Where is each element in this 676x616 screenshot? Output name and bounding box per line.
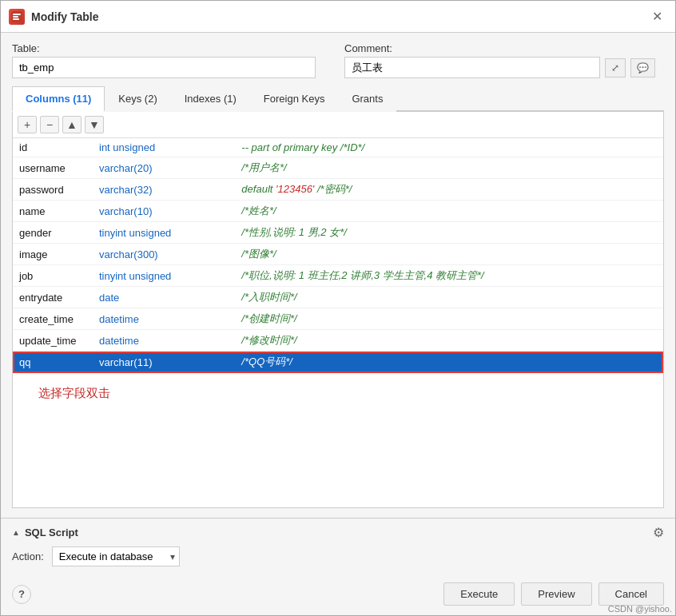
action-label: Action: <box>12 550 44 562</box>
tab-columns[interactable]: Columns (11) <box>12 86 105 112</box>
gear-icon[interactable]: ⚙ <box>653 525 664 540</box>
tab-foreign-keys[interactable]: Foreign Keys <box>250 86 339 112</box>
table-row[interactable]: image varchar(300) /*图像*/ <box>13 244 663 265</box>
execute-button[interactable]: Execute <box>443 582 515 606</box>
col-comment-qq: /*QQ号码*/ <box>235 352 663 373</box>
table-field-group: Table: <box>12 42 332 78</box>
col-type-id: int unsigned <box>93 138 235 157</box>
table-input[interactable] <box>12 57 316 78</box>
col-name-name: name <box>13 201 93 222</box>
table-row-selected[interactable]: qq varchar(11) /*QQ号码*/ <box>13 352 663 373</box>
columns-table: id int unsigned -- part of primary key /… <box>13 138 663 373</box>
col-type-image: varchar(300) <box>93 244 235 265</box>
move-up-button[interactable]: ▲ <box>62 116 82 133</box>
tab-grants[interactable]: Grants <box>338 86 396 112</box>
sql-title-text: SQL Script <box>25 527 78 539</box>
remove-column-button[interactable]: − <box>40 116 59 133</box>
col-comment-password: default '123456' /*密码*/ <box>235 179 663 201</box>
titlebar: Modify Table ✕ <box>1 1 675 33</box>
table-row[interactable]: job tinyint unsigned /*职位,说明: 1 班主任,2 讲师… <box>13 265 663 287</box>
col-comment-id: -- part of primary key /*ID*/ <box>235 138 663 157</box>
col-name-image: image <box>13 244 93 265</box>
action-buttons: Execute Preview Cancel <box>443 582 664 606</box>
titlebar-left: Modify Table <box>9 9 99 25</box>
col-name-job: job <box>13 265 93 287</box>
form-row: Table: Comment: ⤢ 💬 <box>12 42 664 78</box>
table-label: Table: <box>12 42 332 54</box>
table-row[interactable]: password varchar(32) default '123456' /*… <box>13 179 663 201</box>
app-icon <box>9 9 25 25</box>
col-comment-create-time: /*创建时间*/ <box>235 308 663 330</box>
comment-field-group: Comment: ⤢ 💬 <box>344 42 664 78</box>
col-comment-username: /*用户名*/ <box>235 157 663 179</box>
col-comment-update-time: /*修改时间*/ <box>235 330 663 352</box>
table-row[interactable]: username varchar(20) /*用户名*/ <box>13 157 663 179</box>
comment-icon-button[interactable]: 💬 <box>630 58 655 77</box>
col-type-password: varchar(32) <box>93 179 235 201</box>
content-area: Table: Comment: ⤢ 💬 Columns (11) Keys (2… <box>1 33 675 518</box>
help-button[interactable]: ? <box>12 585 31 604</box>
col-name-qq: qq <box>13 352 93 373</box>
move-down-button[interactable]: ▼ <box>85 116 104 133</box>
svg-rect-2 <box>13 16 18 18</box>
table-row[interactable]: id int unsigned -- part of primary key /… <box>13 138 663 157</box>
col-type-update-time: datetime <box>93 330 235 352</box>
tabs-bar: Columns (11) Keys (2) Indexes (1) Foreig… <box>12 86 664 112</box>
footer-buttons: ? Execute Preview Cancel <box>1 576 675 615</box>
col-type-username: varchar(20) <box>93 157 235 179</box>
col-type-entrydate: date <box>93 287 235 308</box>
col-name-entrydate: entrydate <box>13 287 93 308</box>
window-title: Modify Table <box>31 10 99 23</box>
tab-keys[interactable]: Keys (2) <box>105 86 170 112</box>
table-row[interactable]: name varchar(10) /*姓名*/ <box>13 201 663 222</box>
table-row[interactable]: entrydate date /*入职时间*/ <box>13 287 663 308</box>
col-type-create-time: datetime <box>93 308 235 330</box>
expand-button[interactable]: ⤢ <box>605 58 626 77</box>
columns-table-container: id int unsigned -- part of primary key /… <box>12 138 664 508</box>
table-row[interactable]: update_time datetime /*修改时间*/ <box>13 330 663 352</box>
col-name-create-time: create_time <box>13 308 93 330</box>
col-type-job: tinyint unsigned <box>93 265 235 287</box>
col-comment-image: /*图像*/ <box>235 244 663 265</box>
table-row[interactable]: gender tinyint unsigned /*性别,说明: 1 男,2 女… <box>13 222 663 244</box>
col-name-update-time: update_time <box>13 330 93 352</box>
preview-button[interactable]: Preview <box>521 582 591 606</box>
columns-toolbar: + − ▲ ▼ <box>12 112 664 138</box>
annotation-text: 选择字段双击 <box>38 386 110 399</box>
action-select-wrapper: Execute in database Preview only Create … <box>52 546 180 566</box>
comment-input[interactable] <box>344 57 600 78</box>
col-comment-job: /*职位,说明: 1 班主任,2 讲师,3 学生主管,4 教研主管*/ <box>235 265 663 287</box>
action-select[interactable]: Execute in database Preview only Create … <box>52 546 180 566</box>
tab-indexes[interactable]: Indexes (1) <box>171 86 250 112</box>
col-name-id: id <box>13 138 93 157</box>
col-type-gender: tinyint unsigned <box>93 222 235 244</box>
svg-rect-1 <box>13 14 21 15</box>
modify-table-window: Modify Table ✕ Table: Comment: ⤢ 💬 Co <box>0 0 676 616</box>
cancel-button[interactable]: Cancel <box>598 582 664 606</box>
col-name-gender: gender <box>13 222 93 244</box>
col-comment-entrydate: /*入职时间*/ <box>235 287 663 308</box>
sql-section: ▲ SQL Script ⚙ Action: Execute in databa… <box>1 518 675 576</box>
col-name-password: password <box>13 179 93 201</box>
col-name-username: username <box>13 157 93 179</box>
action-row: Action: Execute in database Preview only… <box>12 546 664 566</box>
col-type-qq: varchar(11) <box>93 352 235 373</box>
close-button[interactable]: ✕ <box>647 7 667 26</box>
collapse-arrow-icon[interactable]: ▲ <box>12 528 20 537</box>
sql-title: ▲ SQL Script <box>12 527 78 539</box>
comment-label: Comment: <box>344 42 664 54</box>
watermark: CSDN @yishoo. <box>608 604 672 614</box>
table-row[interactable]: create_time datetime /*创建时间*/ <box>13 308 663 330</box>
annotation-box: 选择字段双击 <box>13 380 663 407</box>
col-comment-gender: /*性别,说明: 1 男,2 女*/ <box>235 222 663 244</box>
sql-header: ▲ SQL Script ⚙ <box>12 525 664 540</box>
col-type-name: varchar(10) <box>93 201 235 222</box>
col-comment-name: /*姓名*/ <box>235 201 663 222</box>
comment-row: ⤢ 💬 <box>344 57 664 78</box>
add-column-button[interactable]: + <box>18 116 37 133</box>
svg-rect-3 <box>13 18 19 20</box>
